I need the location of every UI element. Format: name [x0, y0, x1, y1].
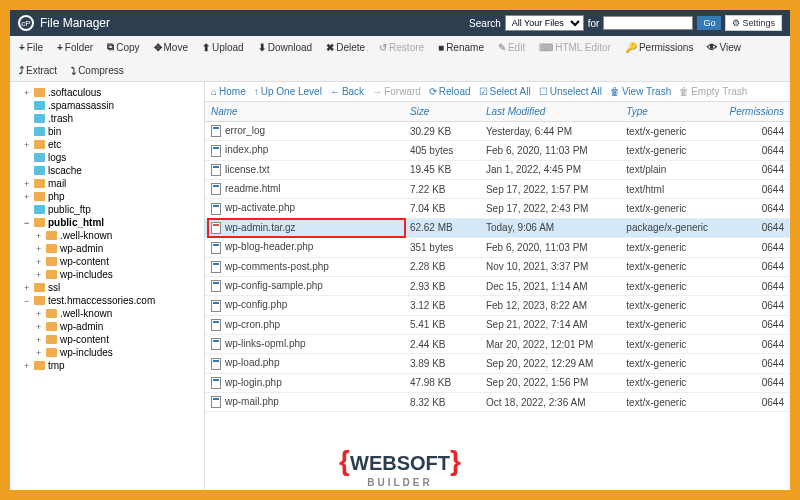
table-row[interactable]: wp-activate.php7.04 KBSep 17, 2022, 2:43… [205, 199, 790, 218]
file-icon [211, 280, 221, 292]
tree-item[interactable]: +tmp [10, 359, 204, 372]
view-trash-button[interactable]: 🗑View Trash [610, 86, 671, 97]
tree-toggle-icon[interactable]: + [24, 140, 34, 150]
tree-item[interactable]: +etc [10, 138, 204, 151]
back-button[interactable]: ←Back [330, 86, 364, 97]
file-name: wp-login.php [225, 377, 282, 388]
reload-button[interactable]: ⟳Reload [429, 86, 471, 97]
tree-label: .softaculous [48, 87, 101, 98]
table-row[interactable]: wp-admin.tar.gz62.62 MBToday, 9:06 AMpac… [205, 218, 790, 237]
tree-item[interactable]: +ssl [10, 281, 204, 294]
tree-item[interactable]: +wp-admin [10, 320, 204, 333]
file-icon [211, 300, 221, 312]
tree-toggle-icon[interactable]: + [24, 361, 34, 371]
file-icon [211, 358, 221, 370]
tree-toggle-icon[interactable]: + [24, 192, 34, 202]
table-row[interactable]: index.php405 bytesFeb 6, 2020, 11:03 PMt… [205, 141, 790, 160]
tree-toggle-icon[interactable]: + [36, 231, 46, 241]
restore-icon: ↺ [379, 42, 387, 53]
table-row[interactable]: error_log30.29 KBYesterday, 6:44 PMtext/… [205, 122, 790, 141]
tree-item[interactable]: +mail [10, 177, 204, 190]
tree-item[interactable]: −public_html [10, 216, 204, 229]
file-name: wp-config.php [225, 299, 287, 310]
file-name: readme.html [225, 183, 281, 194]
tree-toggle-icon[interactable]: + [36, 335, 46, 345]
tree-item[interactable]: +.well-known [10, 229, 204, 242]
tree-item[interactable]: +wp-includes [10, 346, 204, 359]
table-row[interactable]: wp-comments-post.php2.28 KBNov 10, 2021,… [205, 257, 790, 276]
extract-button[interactable]: ⤴Extract [16, 63, 60, 78]
tree-toggle-icon[interactable]: + [36, 322, 46, 332]
folder-tree[interactable]: +.softaculous.spamassassin.trashbin+etcl… [10, 82, 205, 490]
file-size: 7.04 KB [404, 199, 480, 218]
col-name[interactable]: Name [205, 102, 404, 122]
table-row[interactable]: readme.html7.22 KBSep 17, 2022, 1:57 PMt… [205, 180, 790, 199]
select-all-button[interactable]: ☑Select All [479, 86, 531, 97]
tree-item[interactable]: +wp-admin [10, 242, 204, 255]
tree-toggle-icon[interactable]: + [36, 348, 46, 358]
tree-toggle-icon[interactable]: − [24, 218, 34, 228]
file-type: text/x-generic [620, 276, 719, 295]
tree-item[interactable]: logs [10, 151, 204, 164]
move-button[interactable]: ✥Move [151, 39, 191, 55]
table-row[interactable]: wp-config.php3.12 KBFeb 12, 2023, 8:22 A… [205, 296, 790, 315]
search-input[interactable] [603, 16, 693, 30]
compress-button[interactable]: ⤵Compress [68, 63, 127, 78]
tree-label: .well-known [60, 308, 112, 319]
view-button[interactable]: 👁View [704, 39, 744, 55]
table-row[interactable]: wp-login.php47.98 KBSep 20, 2022, 1:56 P… [205, 373, 790, 392]
tree-toggle-icon[interactable]: + [36, 270, 46, 280]
download-button[interactable]: ⬇Download [255, 39, 315, 55]
table-row[interactable]: wp-cron.php5.41 KBSep 21, 2022, 7:14 AMt… [205, 315, 790, 334]
tree-item[interactable]: +.softaculous [10, 86, 204, 99]
tree-item[interactable]: bin [10, 125, 204, 138]
table-row[interactable]: wp-mail.php8.32 KBOct 18, 2022, 2:36 AMt… [205, 393, 790, 412]
file-modified: Jan 1, 2022, 4:45 PM [480, 160, 620, 179]
tree-item[interactable]: +wp-content [10, 333, 204, 346]
col-size[interactable]: Size [404, 102, 480, 122]
tree-toggle-icon[interactable]: + [36, 257, 46, 267]
search-scope-select[interactable]: All Your Files [505, 15, 584, 31]
tree-item[interactable]: +php [10, 190, 204, 203]
permissions-button[interactable]: 🔑Permissions [622, 39, 696, 55]
tree-toggle-icon[interactable]: − [24, 296, 34, 306]
table-row[interactable]: wp-load.php3.89 KBSep 20, 2022, 12:29 AM… [205, 354, 790, 373]
table-row[interactable]: wp-blog-header.php351 bytesFeb 6, 2020, … [205, 238, 790, 257]
col-perms[interactable]: Permissions [720, 102, 790, 122]
col-modified[interactable]: Last Modified [480, 102, 620, 122]
file-button[interactable]: +File [16, 39, 46, 55]
tree-toggle-icon[interactable]: + [36, 244, 46, 254]
tree-toggle-icon[interactable]: + [24, 88, 34, 98]
tree-item[interactable]: +wp-includes [10, 268, 204, 281]
home-button[interactable]: ⌂Home [211, 86, 246, 97]
tree-item[interactable]: −test.hmaccessories.com [10, 294, 204, 307]
tree-item[interactable]: .spamassassin [10, 99, 204, 112]
file-perms: 0644 [720, 373, 790, 392]
tree-toggle-icon[interactable]: + [36, 309, 46, 319]
tree-item[interactable]: public_ftp [10, 203, 204, 216]
table-row[interactable]: license.txt19.45 KBJan 1, 2022, 4:45 PMt… [205, 160, 790, 179]
tree-item[interactable]: lscache [10, 164, 204, 177]
up-button[interactable]: ↑Up One Level [254, 86, 322, 97]
tree-item[interactable]: .trash [10, 112, 204, 125]
table-row[interactable]: wp-links-opml.php2.44 KBMar 20, 2022, 12… [205, 334, 790, 353]
table-row[interactable]: wp-config-sample.php2.93 KBDec 15, 2021,… [205, 276, 790, 295]
file-perms: 0644 [720, 296, 790, 315]
settings-button[interactable]: ⚙Settings [725, 15, 782, 31]
folder-button[interactable]: +Folder [54, 39, 96, 55]
upload-button[interactable]: ⬆Upload [199, 39, 247, 55]
tree-toggle-icon[interactable]: + [24, 179, 34, 189]
tree-item[interactable]: +.well-known [10, 307, 204, 320]
tree-item[interactable]: +wp-content [10, 255, 204, 268]
file-name: wp-load.php [225, 357, 279, 368]
go-button[interactable]: Go [697, 16, 721, 30]
main-toolbar: +File +Folder ⧉Copy ✥Move ⬆Upload ⬇Downl… [10, 36, 790, 82]
unselect-all-button[interactable]: ☐Unselect All [539, 86, 602, 97]
folder-icon [34, 361, 45, 370]
delete-button[interactable]: ✖Delete [323, 39, 368, 55]
col-type[interactable]: Type [620, 102, 719, 122]
tree-toggle-icon[interactable]: + [24, 283, 34, 293]
copy-button[interactable]: ⧉Copy [104, 39, 142, 55]
rename-button[interactable]: ■Rename [435, 39, 487, 55]
select-icon: ☑ [479, 86, 488, 97]
